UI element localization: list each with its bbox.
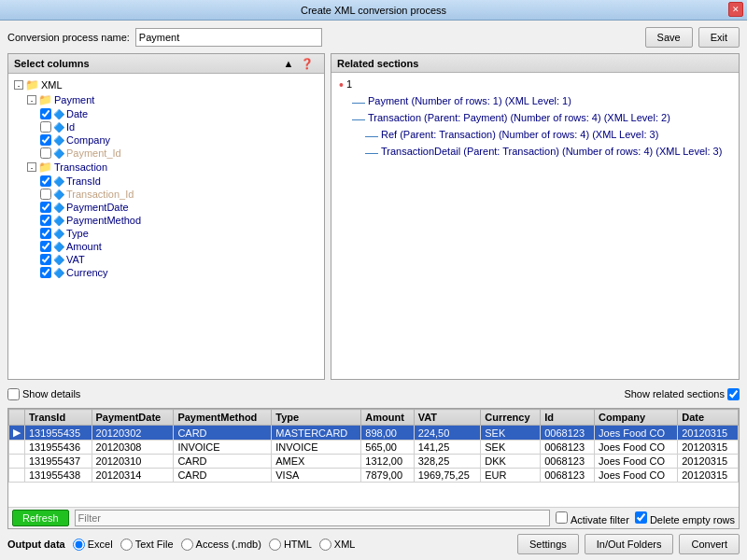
tree-item-amount[interactable]: 🔷 Amount <box>10 240 322 253</box>
show-related-checkbox[interactable] <box>727 388 740 400</box>
radio-xml[interactable] <box>319 539 331 551</box>
col-header-amount[interactable]: Amount <box>361 410 414 426</box>
tree-item-transid[interactable]: 🔷 TransId <box>10 175 322 188</box>
output-textfile[interactable]: Text File <box>120 539 174 551</box>
cell-amount: 898,00 <box>361 426 414 441</box>
table-row[interactable]: 13195543620120308INVOICEINVOICE565,00141… <box>9 441 739 455</box>
cell-transid: 131955436 <box>25 441 92 455</box>
col-header-id[interactable]: Id <box>541 410 595 426</box>
tree-item-type[interactable]: 🔷 Type <box>10 227 322 240</box>
output-excel[interactable]: Excel <box>73 539 113 551</box>
col-header-vat[interactable]: VAT <box>414 410 481 426</box>
related-item-payment[interactable]: — Payment (Number of rows: 1) (XML Level… <box>333 93 737 110</box>
radio-access[interactable] <box>181 539 193 551</box>
settings-button[interactable]: Settings <box>517 534 579 554</box>
tree-item-paymentdate[interactable]: 🔷 PaymentDate <box>10 201 322 214</box>
col-header-transid[interactable]: TransId <box>25 410 92 426</box>
show-related-label[interactable]: Show related sections <box>624 388 740 400</box>
tree-item-transaction-id[interactable]: 🔷 Transaction_Id <box>10 188 322 201</box>
output-xml[interactable]: XML <box>319 539 356 551</box>
activate-filter-checkbox[interactable] <box>556 511 568 524</box>
field-checkbox[interactable] <box>40 254 51 265</box>
field-checkbox[interactable] <box>40 241 51 252</box>
show-details-label[interactable]: Show details <box>7 388 80 400</box>
output-options: Excel Text File Access (.mdb) HTML XML <box>73 539 510 551</box>
field-checkbox[interactable] <box>40 175 51 187</box>
expand-icon[interactable]: - <box>27 95 36 105</box>
tree-label: Transaction <box>54 161 107 173</box>
tree-item-transaction[interactable]: - 📁 Transaction <box>10 160 322 175</box>
refresh-button[interactable]: Refresh <box>12 510 69 526</box>
cell-vat: 224,50 <box>414 426 481 441</box>
table-row[interactable]: 13195543720120310CARDAMEX1312,00328,25DK… <box>9 455 739 469</box>
delete-empty-rows-label[interactable]: Delete empty rows <box>635 511 735 525</box>
field-icon: 🔷 <box>53 122 64 133</box>
related-sections-area[interactable]: • 1 — Payment (Number of rows: 1) (XML L… <box>331 73 739 379</box>
expand-icon[interactable]: - <box>27 162 36 172</box>
field-checkbox[interactable] <box>40 134 51 146</box>
field-icon: 🔷 <box>53 255 64 265</box>
tree-item-id[interactable]: 🔷 Id <box>10 120 322 133</box>
field-icon: 🔷 <box>53 203 64 213</box>
field-checkbox[interactable] <box>40 121 51 133</box>
field-checkbox[interactable] <box>40 189 51 200</box>
cell-indicator <box>9 469 25 483</box>
field-checkbox[interactable] <box>40 147 51 159</box>
radio-excel[interactable] <box>73 539 85 551</box>
related-item-transaction[interactable]: — Transaction (Parent: Payment) (Number … <box>333 110 737 127</box>
related-label: TransactionDetail (Parent: Transaction) … <box>381 146 722 157</box>
tree-item-payment[interactable]: - 📁 Payment <box>10 92 322 107</box>
field-checkbox[interactable] <box>40 215 51 226</box>
radio-html[interactable] <box>269 539 281 551</box>
tree-item-paymentmethod[interactable]: 🔷 PaymentMethod <box>10 214 322 227</box>
filter-input[interactable] <box>75 510 551 526</box>
tree-item-vat[interactable]: 🔷 VAT <box>10 253 322 266</box>
expand-icon[interactable]: - <box>14 80 23 90</box>
cell-indicator <box>9 455 25 469</box>
process-name-input[interactable] <box>135 28 322 47</box>
col-header-company[interactable]: Company <box>595 410 678 426</box>
cell-transid: 131955437 <box>25 455 92 469</box>
tree-item-payment-id[interactable]: 🔷 Payment_Id <box>10 147 322 160</box>
related-item-transactiondetail[interactable]: — TransactionDetail (Parent: Transaction… <box>333 144 737 161</box>
activate-filter-label[interactable]: Activate filter <box>556 511 628 525</box>
radio-textfile[interactable] <box>120 539 133 551</box>
col-header-date[interactable]: Date <box>678 410 739 426</box>
table-row[interactable]: ▶13195543520120302CARDMASTERCARD898,0022… <box>9 426 739 441</box>
table-row[interactable]: 13195543820120314CARDVISA7879,001969,75,… <box>9 469 739 483</box>
cell-paymentdate: 20120314 <box>92 469 174 483</box>
field-checkbox[interactable] <box>40 108 51 119</box>
close-button[interactable]: ✕ <box>728 2 743 17</box>
tree-item-date[interactable]: 🔷 Date <box>10 107 322 120</box>
save-button[interactable]: Save <box>645 27 693 48</box>
field-checkbox[interactable] <box>40 228 51 239</box>
col-header-type[interactable]: Type <box>272 410 361 426</box>
related-item-ref[interactable]: — Ref (Parent: Transaction) (Number of r… <box>333 127 737 144</box>
data-table[interactable]: TransId PaymentDate PaymentMethod Type A… <box>8 409 739 507</box>
tree-item-company[interactable]: 🔷 Company <box>10 133 322 147</box>
col-header-paymentdate[interactable]: PaymentDate <box>92 410 174 426</box>
cell-vat: 141,25 <box>414 441 481 455</box>
cell-id: 0068123 <box>541 426 595 441</box>
convert-button[interactable]: Convert <box>679 534 740 554</box>
tree-item-currency[interactable]: 🔷 Currency <box>10 266 322 279</box>
cell-type: MASTERCARD <box>272 426 361 441</box>
toolbar-arrow-icon[interactable]: ▲ <box>281 56 296 71</box>
cell-date: 20120315 <box>678 455 739 469</box>
tree-area[interactable]: - 📁 XML - 📁 Payment 🔷 Date <box>8 74 324 379</box>
output-access[interactable]: Access (.mdb) <box>181 539 261 551</box>
show-details-checkbox[interactable] <box>7 388 20 400</box>
delete-empty-rows-checkbox[interactable] <box>635 511 647 524</box>
exit-button[interactable]: Exit <box>698 27 740 48</box>
col-header-paymentmethod[interactable]: PaymentMethod <box>174 410 272 426</box>
field-checkbox[interactable] <box>40 202 51 213</box>
field-checkbox[interactable] <box>40 267 51 278</box>
inout-folders-button[interactable]: In/Out Folders <box>585 534 674 554</box>
results-table: TransId PaymentDate PaymentMethod Type A… <box>8 409 739 483</box>
toolbar-help-icon[interactable]: ❓ <box>300 56 315 71</box>
col-header-currency[interactable]: Currency <box>481 410 541 426</box>
tree-item-xml[interactable]: - 📁 XML <box>10 77 322 92</box>
related-item-1[interactable]: • 1 <box>333 77 737 93</box>
output-html[interactable]: HTML <box>269 539 312 551</box>
cell-paymentmethod: CARD <box>174 426 272 441</box>
